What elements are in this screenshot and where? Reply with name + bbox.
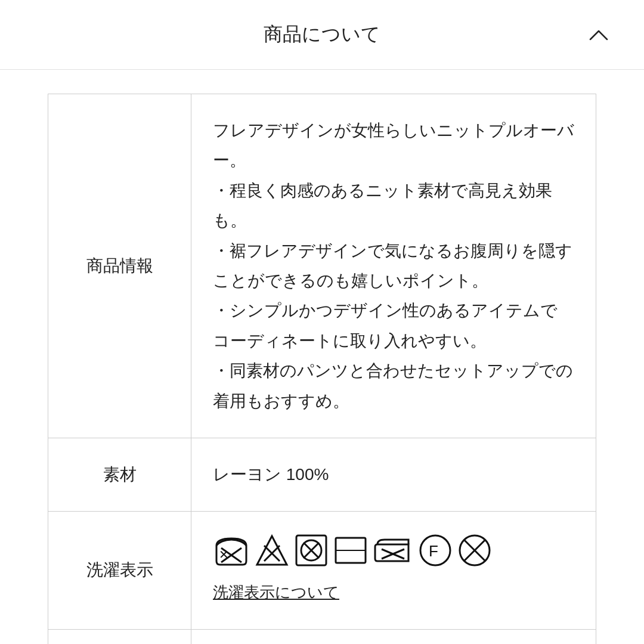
care-symbol-iron: [373, 534, 413, 567]
section-title: 商品について: [264, 21, 380, 48]
table-row: 素材 レーヨン 100%: [48, 438, 596, 512]
chevron-up-icon[interactable]: [589, 29, 608, 41]
care-symbol-no-dry-clean: [457, 533, 492, 568]
page-container: 商品について 商品情報 フレアデザインが女性らしいニットプルオーバー。 ・程良く…: [0, 0, 644, 644]
value-product-info: フレアデザインが女性らしいニットプルオーバー。 ・程良く肉感のあるニット素材で高…: [191, 94, 596, 438]
svg-text:F: F: [429, 542, 438, 560]
label-care: 洗濯表示: [48, 512, 191, 628]
label-product-info: 商品情報: [48, 94, 191, 438]
value-fabric: さらっとしたやや厚手のニット生地: [191, 630, 596, 644]
section-header[interactable]: 商品について: [0, 0, 644, 70]
label-fabric: 生地: [48, 630, 191, 644]
label-material: 素材: [48, 438, 191, 511]
care-symbol-wring: [333, 533, 368, 568]
svg-marker-3: [257, 536, 287, 565]
care-symbol-bleach-x: [255, 534, 289, 567]
table-row: 生地 さらっとしたやや厚手のニット生地: [48, 630, 596, 644]
value-care: ✕: [191, 512, 596, 628]
care-symbol-wash-x: ✕: [213, 534, 250, 567]
value-material: レーヨン 100%: [191, 438, 596, 511]
care-link[interactable]: 洗濯表示について: [213, 583, 339, 601]
product-info-table: 商品情報 フレアデザインが女性らしいニットプルオーバー。 ・程良く肉感のあるニッ…: [48, 94, 596, 644]
care-symbols: ✕: [213, 533, 574, 568]
care-symbol-dry-x: [294, 533, 329, 568]
care-symbol-dry-clean-f: F: [418, 533, 453, 568]
table-row: 洗濯表示 ✕: [48, 512, 596, 629]
table-row: 商品情報 フレアデザインが女性らしいニットプルオーバー。 ・程良く肉感のあるニッ…: [48, 94, 596, 438]
